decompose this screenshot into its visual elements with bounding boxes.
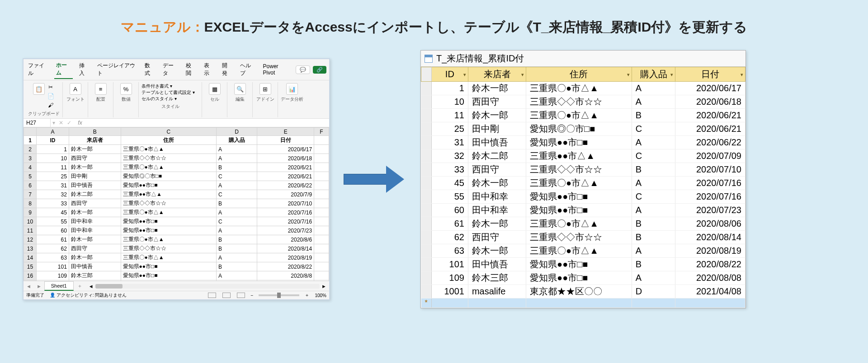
cell[interactable]: 愛知県◎〇市□■ [526,122,632,136]
cell[interactable]: D [216,280,257,281]
cell[interactable]: 鈴木一郎 [69,145,121,154]
cell[interactable]: 鈴木一郎 [69,163,121,172]
cell[interactable]: C [632,149,675,163]
cell[interactable]: 鈴木二郎 [468,149,526,163]
cell[interactable]: A [632,136,675,149]
excel-header-cell[interactable]: 住所 [121,136,216,145]
cell[interactable]: 西田守 [468,163,526,177]
cell[interactable]: B [632,217,675,231]
cell[interactable]: 32 [37,190,69,199]
cell[interactable]: 三重県◇◇市☆☆ [526,163,632,177]
cell[interactable]: A [216,208,257,217]
cell[interactable]: 西田守 [69,154,121,163]
cell[interactable]: 鈴木三郎 [69,271,121,280]
row-selector[interactable] [421,271,432,285]
cell[interactable]: 45 [431,177,468,190]
cell[interactable] [314,271,329,280]
row-header[interactable]: 1 [24,136,37,145]
cell[interactable]: B [216,163,257,172]
cell[interactable]: 2020/8/22 [257,262,314,271]
cell[interactable]: B [632,231,675,244]
cell[interactable]: 2020/8/6 [257,235,314,244]
cell[interactable]: 11 [37,163,69,172]
view-pagebreak-icon[interactable] [237,293,245,298]
fx-icon[interactable]: fx [73,120,87,126]
cell[interactable]: A [216,181,257,190]
ribbon-tab-ヘルプ[interactable]: ヘルプ [238,60,257,79]
ribbon-tab-校閲[interactable]: 校閲 [184,60,198,79]
copy-icon[interactable]: 📄 [47,92,55,100]
paste-icon[interactable]: 📋 [33,83,45,95]
cell[interactable]: A [216,145,257,154]
cell[interactable]: 西田守 [69,244,121,253]
ribbon-tab-開発[interactable]: 開発 [220,60,234,79]
cancel-icon[interactable]: ✕ [57,120,65,126]
analysis-icon[interactable]: 📊 [286,83,298,95]
cell[interactable]: 63 [37,253,69,262]
cell[interactable]: B [632,163,675,177]
row-header[interactable]: 6 [24,181,37,190]
cell[interactable]: C [216,172,257,181]
row-selector[interactable] [421,149,432,163]
row-header[interactable]: 2 [24,145,37,154]
row-selector[interactable] [421,109,432,122]
cell[interactable]: masalife [69,280,121,281]
cell[interactable]: 鈴木三郎 [468,271,526,285]
cell[interactable]: 東京都★★区〇〇 [121,280,216,281]
access-col-header[interactable]: 来店者▾ [468,67,526,82]
cell[interactable]: 鈴木一郎 [468,244,526,258]
cell[interactable] [314,226,329,235]
cell[interactable]: 田中剛 [69,172,121,181]
cell[interactable]: A [216,271,257,280]
cell[interactable]: 三重県〇●市△▲ [526,109,632,122]
row-selector[interactable] [421,204,432,217]
cell[interactable]: 2020/08/08 [675,271,745,285]
row-selector[interactable] [421,244,432,258]
ribbon-tab-数式[interactable]: 数式 [143,60,156,79]
format-painter-icon[interactable]: 🖌 [47,101,55,109]
row-header[interactable]: 15 [24,262,37,271]
row-selector-header[interactable] [421,67,432,82]
view-pagelayout-icon[interactable] [222,293,231,298]
ribbon-tab-ページレイアウト[interactable]: ページレイアウト [95,60,139,79]
cell[interactable]: 愛知県●●市□■ [526,190,632,204]
row-selector[interactable] [421,190,432,204]
row-header[interactable]: 13 [24,244,37,253]
cell[interactable]: 三重県〇●市△▲ [121,145,216,154]
horizontal-scrollbar[interactable]: ◄► [86,284,329,289]
excel-header-cell[interactable]: 日付 [257,136,314,145]
access-col-header[interactable]: 日付▾ [675,67,745,82]
cell[interactable]: 45 [37,208,69,217]
excel-header-cell[interactable]: ID [37,136,69,145]
cell[interactable]: C [632,190,675,204]
number-icon[interactable]: % [120,83,132,95]
cell[interactable]: 西田守 [69,199,121,208]
cell[interactable]: 1 [431,82,468,95]
cell[interactable]: 2020/07/23 [675,204,745,217]
addin-icon[interactable]: ⊞ [259,83,271,95]
col-header-A[interactable]: A [37,128,69,136]
cell[interactable] [314,154,329,163]
cell[interactable]: 2020/07/09 [675,149,745,163]
cell[interactable]: 2020/08/19 [675,244,745,258]
access-col-header[interactable]: ID▾ [431,67,468,82]
cell[interactable]: 2020/08/14 [675,231,745,244]
namebox-dropdown-icon[interactable]: ▾ [51,120,57,126]
cell[interactable] [314,145,329,154]
cell[interactable] [675,298,745,308]
cell[interactable]: 1001 [431,285,468,298]
cell[interactable]: 2020/8/14 [257,244,314,253]
row-header[interactable]: 10 [24,217,37,226]
ribbon-tab-データ[interactable]: データ [161,60,179,79]
share-button[interactable]: 🔗 [313,66,326,74]
cell[interactable]: 愛知県●●市□■ [121,226,216,235]
cell[interactable] [314,136,329,145]
cell[interactable]: 55 [431,190,468,204]
cell[interactable]: 三重県〇●市△▲ [121,235,216,244]
cell[interactable]: 田中剛 [468,122,526,136]
cell[interactable]: 2020/6/17 [257,145,314,154]
cell[interactable]: A [216,253,257,262]
cut-icon[interactable]: ✂ [47,83,55,91]
row-header[interactable]: 14 [24,253,37,262]
cell[interactable]: 109 [431,271,468,285]
